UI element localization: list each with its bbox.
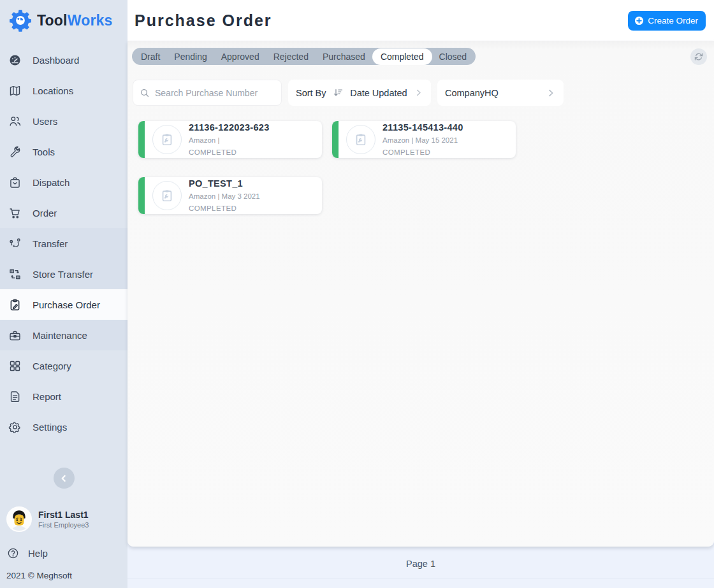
gear-logo-icon: [9, 9, 32, 32]
users-icon: [8, 115, 22, 128]
chevron-right-icon: [414, 88, 423, 97]
sidebar-item-label: Purchase Order: [33, 299, 100, 310]
sort-descending-icon: [333, 87, 344, 98]
sidebar-item-category[interactable]: Category: [0, 350, 127, 381]
sidebar-item-label: Dispatch: [33, 177, 69, 188]
location-selector[interactable]: CompanyHQ: [437, 80, 564, 106]
tab-approved[interactable]: Approved: [214, 48, 266, 65]
category-grid-icon: [8, 359, 22, 373]
sidebar-item-label: Transfer: [33, 238, 68, 249]
sidebar-item-label: Store Transfer: [33, 269, 93, 280]
sidebar-item-store-transfer[interactable]: Store Transfer: [0, 259, 127, 289]
app-name: ToolWorks: [37, 12, 113, 29]
main-area: Purchase Order Create Order Draft Pendin…: [127, 0, 714, 588]
transfer-icon: [8, 237, 22, 250]
sidebar-item-label: Dashboard: [33, 55, 79, 66]
tab-pending[interactable]: Pending: [167, 48, 214, 65]
toolbox-icon: [8, 329, 22, 342]
filter-row: Sort By Date Updated CompanyHQ: [133, 80, 709, 106]
search-input[interactable]: [155, 88, 275, 98]
sidebar-item-label: Maintenance: [33, 330, 87, 341]
tab-purchased[interactable]: Purchased: [316, 48, 372, 65]
purchase-order-card-icon: [152, 181, 182, 210]
wrench-icon: [8, 145, 22, 159]
pagination-footer: Page 1: [127, 547, 714, 588]
sidebar-item-label: Locations: [33, 85, 73, 96]
create-order-button[interactable]: Create Order: [628, 11, 706, 31]
sidebar-item-maintenance[interactable]: Maintenance: [0, 320, 127, 350]
plus-circle-icon: [634, 16, 644, 25]
sort-label: Sort By: [296, 88, 326, 98]
page-header: Purchase Order Create Order: [127, 0, 714, 41]
order-card[interactable]: PO_TEST_1 Amazon | May 3 2021 COMPLETED: [138, 177, 322, 214]
dashboard-icon: [8, 54, 22, 67]
tab-draft[interactable]: Draft: [134, 48, 167, 65]
app-logo[interactable]: ToolWorks: [0, 0, 127, 38]
tab-closed[interactable]: Closed: [432, 48, 474, 65]
status-tabbar: Draft Pending Approved Rejected Purchase…: [132, 48, 476, 65]
user-name: First1 Last1: [38, 510, 89, 520]
order-meta: Amazon |: [189, 134, 270, 147]
page-title: Purchase Order: [135, 11, 272, 30]
content-panel: Draft Pending Approved Rejected Purchase…: [127, 41, 714, 547]
sidebar: ToolWorks Dashboard Locations Users Tool…: [0, 0, 127, 588]
avatar: [6, 506, 32, 532]
order-status: COMPLETED: [382, 147, 463, 158]
tab-completed[interactable]: Completed: [372, 48, 432, 65]
sidebar-item-label: Category: [33, 361, 71, 371]
sidebar-item-transfer[interactable]: Transfer: [0, 228, 127, 259]
order-card[interactable]: 21135-145413-440 Amazon | May 15 2021 CO…: [332, 121, 516, 158]
sidebar-item-label: Settings: [33, 422, 67, 433]
order-meta: Amazon | May 3 2021: [189, 190, 260, 203]
order-number: PO_TEST_1: [189, 178, 260, 190]
status-accent-bar: [138, 121, 145, 158]
status-accent-bar: [332, 121, 339, 158]
help-icon: [7, 547, 19, 559]
help-link[interactable]: Help: [0, 541, 127, 566]
sidebar-item-settings[interactable]: Settings: [0, 412, 127, 442]
sidebar-collapse-button[interactable]: [54, 468, 75, 489]
sidebar-item-report[interactable]: Report: [0, 381, 127, 412]
copyright-text: 2021 © Meghsoft: [0, 566, 127, 588]
order-status: COMPLETED: [189, 147, 270, 158]
status-accent-bar: [138, 177, 145, 214]
user-role: First Employee3: [38, 520, 89, 529]
tab-rejected[interactable]: Rejected: [266, 48, 316, 65]
order-status: COMPLETED: [189, 203, 260, 214]
dispatch-bag-icon: [8, 176, 22, 189]
help-label: Help: [28, 548, 48, 559]
purchase-order-icon: [8, 298, 22, 312]
sidebar-item-users[interactable]: Users: [0, 106, 127, 136]
sidebar-item-label: Users: [33, 116, 57, 127]
settings-gear-icon: [8, 420, 22, 434]
chevron-left-icon: [59, 473, 69, 484]
order-meta: Amazon | May 15 2021: [382, 134, 463, 147]
chevron-right-icon: [546, 88, 556, 98]
sidebar-item-tools[interactable]: Tools: [0, 136, 127, 167]
cart-icon: [8, 206, 22, 220]
sidebar-item-label: Report: [33, 391, 61, 402]
search-box: [133, 80, 282, 106]
store-transfer-icon: [8, 268, 22, 281]
sidebar-item-dashboard[interactable]: Dashboard: [0, 45, 127, 75]
sidebar-item-label: Tools: [33, 147, 55, 157]
sidebar-item-purchase-order[interactable]: Purchase Order: [0, 289, 127, 320]
order-card-list: 21136-122023-623 Amazon | COMPLETED 2113…: [138, 121, 709, 214]
sort-control[interactable]: Sort By Date Updated: [288, 80, 431, 106]
order-card[interactable]: 21136-122023-623 Amazon | COMPLETED: [138, 121, 322, 158]
purchase-order-card-icon: [346, 125, 375, 154]
user-profile[interactable]: First1 Last1 First Employee3: [0, 504, 127, 541]
sidebar-item-label: Order: [33, 208, 57, 219]
search-icon: [140, 88, 150, 98]
sidebar-item-order[interactable]: Order: [0, 197, 127, 228]
location-value: CompanyHQ: [445, 88, 499, 98]
purchase-order-card-icon: [152, 125, 182, 154]
order-number: 21135-145413-440: [382, 122, 463, 134]
create-order-label: Create Order: [648, 16, 698, 25]
sidebar-item-locations[interactable]: Locations: [0, 75, 127, 106]
sidebar-item-dispatch[interactable]: Dispatch: [0, 167, 127, 197]
report-document-icon: [8, 390, 22, 403]
page-indicator: Page 1: [406, 559, 435, 588]
refresh-button[interactable]: [690, 48, 707, 65]
map-icon: [8, 84, 22, 97]
